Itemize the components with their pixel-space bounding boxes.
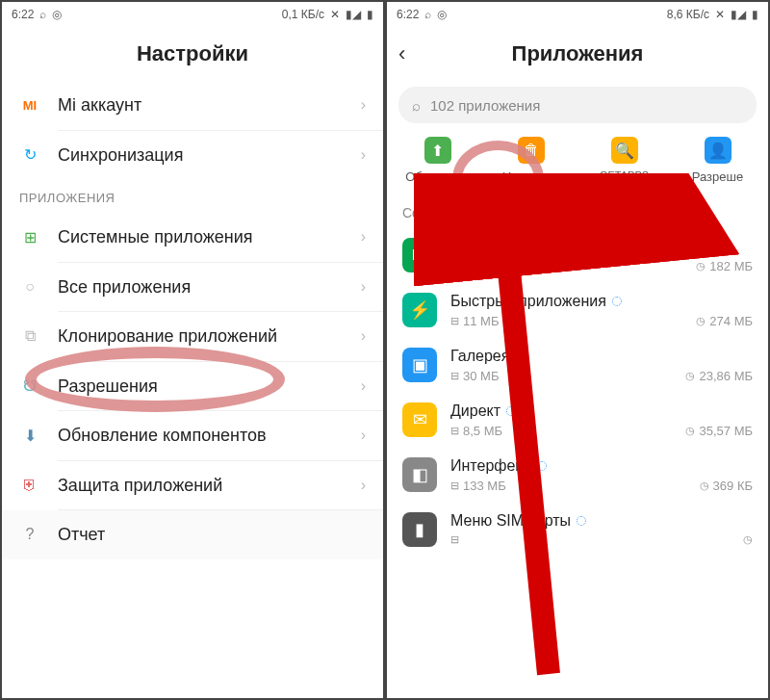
app-time: ◷ 182 МБ xyxy=(696,259,753,273)
app-name: Директ xyxy=(450,402,753,420)
instagram-icon: ◎ xyxy=(437,8,447,21)
app-row[interactable]: ⛨ Безопасность ⊟ 63 МБ ◷ 182 МБ xyxy=(387,228,768,283)
loading-icon xyxy=(506,406,516,416)
app-name: Меню SIM-карты xyxy=(450,512,753,530)
clock-icon: ◷ xyxy=(685,425,695,437)
loading-icon xyxy=(515,351,525,361)
back-button[interactable]: ‹ xyxy=(398,41,405,66)
loading-icon xyxy=(612,297,622,306)
app-name: Безопасность xyxy=(450,238,753,255)
tab-getapps[interactable]: 🔍 GETAPPS xyxy=(579,137,669,184)
storage-icon: ⊟ xyxy=(450,370,459,382)
chevron-right-icon: › xyxy=(361,327,366,345)
shield-icon: ⛨ xyxy=(19,475,40,496)
search-input[interactable]: ⌕ 102 приложения xyxy=(398,87,757,123)
app-size: ⊟ 11 МБ xyxy=(450,314,499,328)
storage-icon: ⊟ xyxy=(450,480,459,492)
app-icon: ◧ xyxy=(402,457,437,492)
no-sim-icon: ✕ xyxy=(330,8,340,21)
app-row[interactable]: ◧ Интерфейс ⊟ 133 МБ ◷ 369 КБ xyxy=(387,448,768,503)
chevron-down-icon: ⌄ xyxy=(570,205,581,220)
search-icon: ⌕ xyxy=(39,8,46,21)
search-placeholder: 102 приложения xyxy=(430,97,540,114)
signal-icon: ▮◢ xyxy=(346,8,361,21)
loading-icon xyxy=(577,516,586,526)
mi-icon: MI xyxy=(19,94,40,116)
chevron-right-icon: › xyxy=(361,228,366,246)
setting-report[interactable]: ? Отчет xyxy=(2,510,383,559)
storage-icon: ⊟ xyxy=(450,533,459,546)
clock-icon: ◷ xyxy=(743,533,753,546)
app-icon: ▣ xyxy=(402,348,437,382)
app-icon: ⛨ xyxy=(402,238,437,272)
section-header-apps: ПРИЛОЖЕНИЯ xyxy=(2,179,383,213)
app-name: Интерфейс xyxy=(450,457,753,475)
clock-icon: ◷ xyxy=(700,480,709,492)
circle-icon: ○ xyxy=(19,276,40,298)
sort-dropdown[interactable]: Сортировка по состоянию ⌄ xyxy=(387,197,768,228)
setting-clone-apps[interactable]: ⧉ Клонирование приложений › xyxy=(2,312,383,361)
trash-icon: 🗑 xyxy=(518,137,545,164)
chevron-right-icon: › xyxy=(361,477,366,494)
app-icon: ✉ xyxy=(402,402,437,437)
app-row[interactable]: ▮ Меню SIM-карты ⊟ ◷ xyxy=(387,503,768,557)
app-icon: ▮ xyxy=(402,512,437,547)
clock-icon: ◷ xyxy=(696,260,706,272)
chevron-right-icon: › xyxy=(361,278,366,296)
setting-mi-account[interactable]: MI Mi аккаунт › xyxy=(2,81,383,130)
signal-icon: ▮◢ xyxy=(731,8,746,21)
app-row[interactable]: ▣ Галерея ⊟ 30 МБ ◷ 23,86 МБ xyxy=(387,338,768,393)
no-sim-icon: ✕ xyxy=(715,8,725,21)
app-size: ⊟ 30 МБ xyxy=(450,369,499,383)
app-size: ⊟ 8,5 МБ xyxy=(450,424,502,438)
app-time: ◷ xyxy=(743,533,753,546)
setting-sync[interactable]: ↻ Синхронизация › xyxy=(2,131,383,180)
tab-update[interactable]: ⬆ Обновле… xyxy=(393,137,482,184)
setting-component-update[interactable]: ⬇ Обновление компонентов › xyxy=(2,411,383,460)
storage-icon: ⊟ xyxy=(450,260,459,272)
status-time: 6:22 xyxy=(397,8,419,21)
title-bar: Настройки xyxy=(2,27,383,81)
app-name: Галерея xyxy=(450,348,753,365)
phone-apps: 6:22⌕◎ 8,6 КБ/с✕▮◢▮ ‹ Приложения ⌕ 102 п… xyxy=(385,0,770,700)
page-title: Приложения xyxy=(512,41,644,66)
app-row[interactable]: ✉ Директ ⊟ 8,5 МБ ◷ 35,57 МБ xyxy=(387,393,768,448)
action-tabs: ⬆ Обновле… 🗑 Удаление 🔍 GETAPPS 👤 Разреш… xyxy=(387,129,768,197)
setting-all-apps[interactable]: ○ Все приложения › xyxy=(2,263,383,312)
chevron-right-icon: › xyxy=(361,427,366,444)
chevron-right-icon: › xyxy=(361,146,366,164)
status-speed: 8,6 КБ/с xyxy=(667,8,709,21)
tab-permissions[interactable]: 👤 Разреше xyxy=(673,137,762,184)
search-icon: ⌕ xyxy=(412,97,421,114)
phone-settings: 6:22⌕◎ 0,1 КБ/с✕▮◢▮ Настройки MI Mi акка… xyxy=(0,0,385,700)
app-size: ⊟ xyxy=(450,533,459,546)
clone-icon: ⧉ xyxy=(19,325,40,347)
app-icon: ⚡ xyxy=(402,293,437,327)
user-icon: 👤 xyxy=(705,137,732,164)
app-time: ◷ 23,86 МБ xyxy=(685,369,753,383)
app-name: Быстрые приложения xyxy=(450,293,753,310)
clock-icon: ◷ xyxy=(685,370,695,382)
app-time: ◷ 274 МБ xyxy=(696,314,753,328)
app-size: ⊟ 63 МБ xyxy=(450,259,499,273)
tab-delete[interactable]: 🗑 Удаление xyxy=(486,137,576,184)
setting-app-protection[interactable]: ⛨ Защита приложений › xyxy=(2,461,383,510)
setting-system-apps[interactable]: ⊞ Системные приложения › xyxy=(2,213,383,262)
permissions-icon: ☋ xyxy=(19,376,40,397)
battery-icon: ▮ xyxy=(752,8,758,21)
clock-icon: ◷ xyxy=(696,315,706,327)
chevron-right-icon: › xyxy=(361,377,366,395)
grid-icon: ⊞ xyxy=(19,226,40,247)
app-time: ◷ 35,57 МБ xyxy=(685,424,753,438)
storage-icon: ⊟ xyxy=(450,425,459,437)
status-bar: 6:22⌕◎ 8,6 КБ/с✕▮◢▮ xyxy=(387,2,768,27)
setting-permissions[interactable]: ☋ Разрешения › xyxy=(2,362,383,411)
app-list: ⛨ Безопасность ⊟ 63 МБ ◷ 182 МБ ⚡ Быстры… xyxy=(387,228,768,557)
loading-icon xyxy=(554,242,564,251)
app-row[interactable]: ⚡ Быстрые приложения ⊟ 11 МБ ◷ 274 МБ xyxy=(387,283,768,338)
question-icon: ? xyxy=(19,524,40,545)
app-size: ⊟ 133 МБ xyxy=(450,479,506,493)
search-icon: ⌕ xyxy=(424,8,431,21)
title-bar: ‹ Приложения xyxy=(387,27,768,81)
sync-icon: ↻ xyxy=(19,144,40,166)
